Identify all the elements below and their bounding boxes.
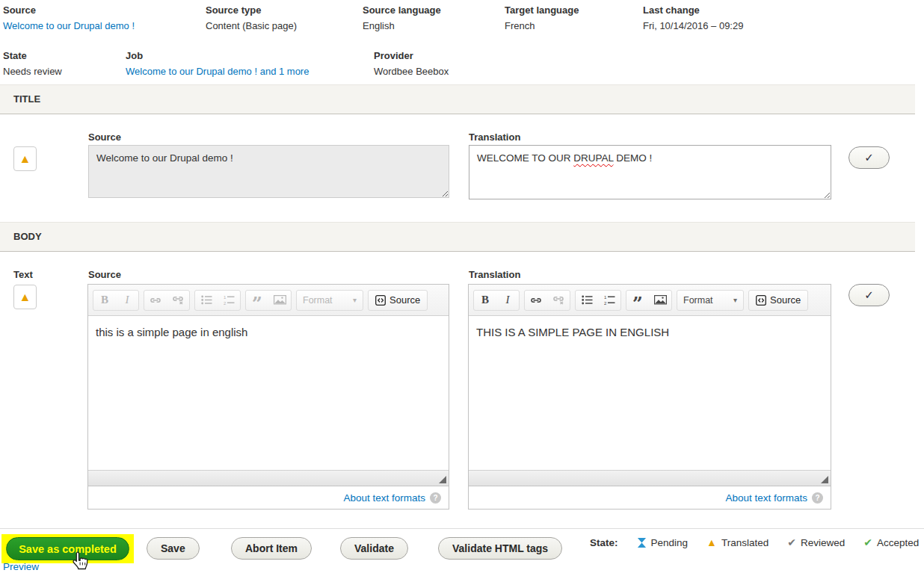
body-state-toggle-button[interactable]: ▲ <box>13 285 37 309</box>
bold-button[interactable]: B <box>474 291 496 310</box>
meta-last-change: Last change Fri, 10/14/2016 – 09:29 <box>643 2 743 34</box>
body-translation-editor: B I 12 ” Format ▾ Source <box>468 284 831 510</box>
basic-styles-group: B I <box>93 290 139 311</box>
help-icon[interactable]: ? <box>430 492 441 504</box>
translation-review-page: Source Welcome to our Drupal demo ! Sour… <box>0 0 924 576</box>
image-icon <box>268 291 291 310</box>
validate-html-tags-button[interactable]: Validate HTML tags <box>438 537 562 560</box>
resize-handle-icon[interactable] <box>821 476 828 483</box>
bold-button: B <box>93 291 116 310</box>
translated-triangle-icon: ▲ <box>19 291 31 304</box>
save-as-completed-button[interactable]: Save as completed <box>6 537 129 560</box>
source-editor-statusbar <box>88 470 449 486</box>
check-icon: ✓ <box>864 151 874 164</box>
title-state-toggle-button[interactable]: ▲ <box>13 146 37 171</box>
svg-text:1: 1 <box>224 295 227 300</box>
view-source-label: Source <box>389 294 420 306</box>
meta-source: Source Welcome to our Drupal demo ! <box>3 2 135 34</box>
chevron-down-icon: ▾ <box>353 296 357 304</box>
chevron-down-icon: ▾ <box>733 296 737 304</box>
meta-target-language-label: Target language <box>505 2 579 18</box>
view-source-button[interactable]: Source <box>368 290 428 311</box>
link-icon <box>144 291 167 310</box>
body-translation-content[interactable]: THIS IS A SIMPLE PAGE IN ENGLISH <box>469 316 831 470</box>
unlink-icon <box>167 291 189 310</box>
meta-job: Job Welcome to our Drupal demo ! and 1 m… <box>126 48 309 79</box>
job-link[interactable]: Welcome to our Drupal demo ! and 1 more <box>126 66 309 77</box>
insert-group: ” <box>626 290 672 311</box>
abort-item-button[interactable]: Abort Item <box>231 537 312 560</box>
body-source-editor: B I 12 ” Format ▾ Source <box>87 284 449 510</box>
body-translation-label: Translation <box>469 269 520 280</box>
accepted-check-icon: ✔ <box>863 536 872 548</box>
title-translation-label: Translation <box>469 131 520 143</box>
legend-translated-label: Translated <box>721 537 769 548</box>
link-group <box>524 290 570 311</box>
about-text-formats-link[interactable]: About text formats <box>343 492 425 504</box>
legend-item-reviewed: ✔ Reviewed <box>787 536 845 548</box>
translated-triangle-icon: ▲ <box>19 152 31 166</box>
legend-item-pending: Pending <box>637 537 689 548</box>
meta-state-value: Needs review <box>3 64 62 79</box>
svg-text:2: 2 <box>224 301 227 305</box>
link-group <box>144 290 190 311</box>
source-item-link[interactable]: Welcome to our Drupal demo ! <box>3 20 135 31</box>
meta-source-type: Source type Content (Basic page) <box>206 2 297 34</box>
body-section-header: BODY <box>0 222 915 252</box>
italic-button: I <box>116 291 138 310</box>
translated-triangle-icon: ▲ <box>706 536 717 548</box>
validate-button[interactable]: Validate <box>340 537 408 560</box>
title-translation-text-before: WELCOME TO OUR <box>477 152 573 164</box>
about-text-formats-link[interactable]: About text formats <box>725 492 807 504</box>
title-source-textarea: Welcome to our Drupal demo ! <box>88 145 449 198</box>
save-button[interactable]: Save <box>147 537 200 560</box>
svg-text:2: 2 <box>604 301 607 305</box>
preview-link[interactable]: Preview <box>3 561 39 572</box>
body-section-heading: BODY <box>13 231 42 242</box>
source-code-icon <box>375 295 386 306</box>
meta-provider-value: Wordbee Beebox <box>374 64 449 79</box>
legend-reviewed-label: Reviewed <box>801 537 845 548</box>
source-about-row: About text formats ? <box>88 486 449 509</box>
translation-editor-statusbar <box>469 470 831 486</box>
meta-source-type-label: Source type <box>206 2 297 18</box>
numbered-list-icon[interactable]: 12 <box>598 291 620 310</box>
title-translation-text-after: DEMO ! <box>614 152 653 164</box>
save-completed-highlight: Save as completed <box>1 534 134 563</box>
list-group: 12 <box>575 290 621 311</box>
meta-provider-label: Provider <box>374 48 449 64</box>
source-code-icon <box>756 295 766 306</box>
translation-about-row: About text formats ? <box>469 486 831 509</box>
body-source-label: Source <box>88 269 121 280</box>
hourglass-icon <box>637 537 647 548</box>
body-accept-button[interactable]: ✓ <box>848 284 890 306</box>
meta-source-label: Source <box>3 2 135 18</box>
help-icon[interactable]: ? <box>812 492 823 504</box>
title-translation-textarea[interactable]: WELCOME TO OUR DRUPAL DEMO ! <box>469 145 831 199</box>
title-accept-button[interactable]: ✓ <box>848 146 890 169</box>
view-source-button[interactable]: Source <box>748 290 808 311</box>
meta-source-language-label: Source language <box>363 2 441 18</box>
body-field-label: Text <box>13 269 33 280</box>
meta-provider: Provider Wordbee Beebox <box>374 48 449 79</box>
format-dropdown[interactable]: Format ▾ <box>677 290 744 311</box>
format-dropdown-label: Format <box>303 295 333 306</box>
meta-job-label: Job <box>126 48 309 64</box>
legend-item-accepted: ✔ Accepted <box>863 536 919 548</box>
link-icon[interactable] <box>525 291 547 310</box>
check-icon: ✓ <box>864 288 874 302</box>
blockquote-icon[interactable]: ” <box>626 291 649 310</box>
format-dropdown-label: Format <box>683 295 713 306</box>
bulleted-list-icon[interactable] <box>576 291 598 310</box>
legend-pending-label: Pending <box>651 537 689 548</box>
italic-button[interactable]: I <box>496 291 519 310</box>
state-legend: State: Pending ▲ Translated ✔ Reviewed ✔… <box>590 536 919 548</box>
source-editor-toolbar: B I 12 ” Format ▾ Source <box>88 285 449 316</box>
format-dropdown: Format ▾ <box>296 290 363 311</box>
state-legend-label: State: <box>590 537 618 548</box>
reviewed-check-icon: ✔ <box>787 536 796 548</box>
resize-handle-icon[interactable] <box>439 476 446 483</box>
meta-last-change-label: Last change <box>643 2 743 18</box>
meta-source-language-value: English <box>363 18 441 34</box>
image-icon[interactable] <box>649 291 671 310</box>
